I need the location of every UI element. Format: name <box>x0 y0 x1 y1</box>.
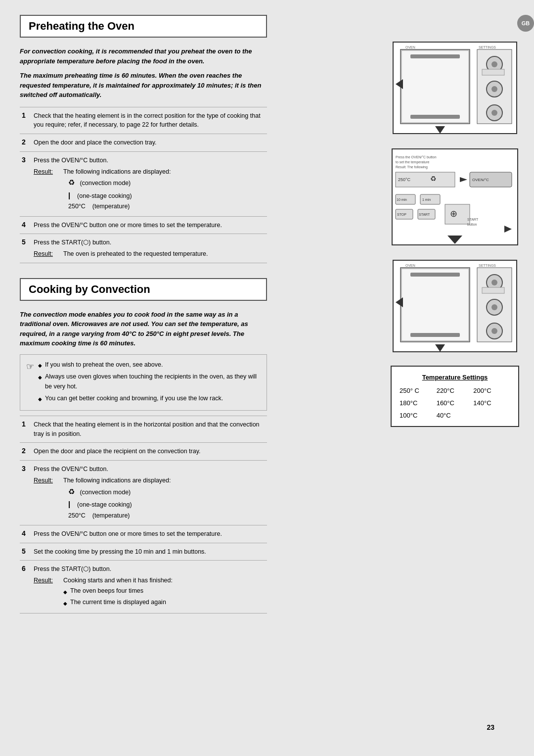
oven-diagram-2: OVEN SETTINGS <box>391 258 519 356</box>
svg-point-52 <box>491 328 497 334</box>
section2-intro: The convection mode enables you to cook … <box>20 310 267 348</box>
temp-100: 100°C <box>400 412 437 419</box>
bullet-section: ☞ ◆ If you wish to preheat the oven, see… <box>20 354 267 411</box>
temp-160: 160°C <box>437 399 474 407</box>
svg-rect-12 <box>482 69 504 75</box>
page-number: 23 <box>487 723 494 731</box>
s2-step2-content: Open the door and place the recipient on… <box>32 443 267 461</box>
step2-num: 2 <box>20 134 32 152</box>
s2-step2-row: 2 Open the door and place the recipient … <box>20 443 267 461</box>
bullet-1: ◆ If you wish to preheat the oven, see a… <box>38 360 261 370</box>
section2-title: Cooking by Convection <box>20 278 267 301</box>
s2-step5-content: Set the cooking time by pressing the 10 … <box>32 543 267 561</box>
step3-num: 3 <box>20 151 32 216</box>
section1-steps: 1 Check that the heating element is in t… <box>20 107 267 263</box>
step3-result-label: Result: <box>34 167 63 212</box>
step5-row: 5 Press the START(⬡) button. Result: The… <box>20 234 267 263</box>
step3-content: Press the OVEN/°C button. Result: The fo… <box>32 151 267 216</box>
gb-badge: GB <box>517 15 534 32</box>
temp-250: 250° C <box>400 387 437 394</box>
svg-text:OVEN: OVEN <box>405 46 415 49</box>
s2-sub-bullet2: ◆ The current time is displayed again <box>63 598 173 607</box>
temp-200: 200°C <box>473 387 510 394</box>
temp-220: 220°C <box>437 387 474 394</box>
temp-40: 40°C <box>437 412 474 419</box>
control-diagram: Press the OVEN/°C button to set the temp… <box>391 147 519 248</box>
s2-step5-row: 5 Set the cooking time by pressing the 1… <box>20 543 267 561</box>
temp-settings-box: Temperature Settings 250° C 220°C 200°C … <box>391 366 519 427</box>
s2-step3-content: Press the OVEN/°C button. Result: The fo… <box>32 461 267 525</box>
step4-row: 4 Press the OVEN/°C button one or more t… <box>20 216 267 234</box>
step3-text: Press the OVEN/°C button. <box>34 157 108 164</box>
svg-point-9 <box>491 86 497 92</box>
svg-text:STOP: STOP <box>397 213 406 216</box>
svg-text:to set the temperature: to set the temperature <box>396 160 430 164</box>
right-column: GB <box>277 0 534 756</box>
svg-rect-35 <box>445 204 470 224</box>
bullet-2: ◆ Always use oven gloves when touching t… <box>38 372 261 391</box>
svg-text:10 min: 10 min <box>397 198 407 201</box>
svg-text:OVEN: OVEN <box>405 264 415 267</box>
s2-step2-num: 2 <box>20 443 32 461</box>
s2-step3-result-label: Result: <box>34 476 63 521</box>
s2-sub-bullet1: ◆ The oven beeps four times <box>63 586 173 596</box>
step1-content: Check that the heating element is in the… <box>32 107 267 134</box>
svg-point-7 <box>491 61 497 67</box>
svg-rect-4 <box>410 115 460 119</box>
step5-result-text: The oven is preheated to the requested t… <box>63 249 208 259</box>
step1-num: 1 <box>20 107 32 134</box>
s2-step3-row: 3 Press the OVEN/°C button. Result: The … <box>20 461 267 525</box>
s2-step4-row: 4 Press the OVEN/°C button one or more t… <box>20 525 267 543</box>
svg-text:button: button <box>467 223 477 226</box>
step2-content: Open the door and place the convection t… <box>32 134 267 152</box>
svg-text:Result: The following: Result: The following <box>396 165 428 169</box>
s2-step6-content: Press the START(⬡) button. Result: Cooki… <box>32 561 267 614</box>
left-column: Preheating the Oven For convection cooki… <box>0 0 277 756</box>
s2-step5-num: 5 <box>20 543 32 561</box>
s2-step6-row: 6 Press the START(⬡) button. Result: Coo… <box>20 561 267 614</box>
svg-text:START: START <box>467 218 479 221</box>
page: Preheating the Oven For convection cooki… <box>0 0 534 756</box>
s2-step4-num: 4 <box>20 525 32 543</box>
svg-text:1 min: 1 min <box>422 198 431 201</box>
svg-rect-53 <box>482 287 504 293</box>
section2-steps: 1 Check that the heating element is in t… <box>20 416 267 614</box>
svg-rect-44 <box>410 273 460 277</box>
step4-num: 4 <box>20 216 32 234</box>
temp-grid: 250° C 220°C 200°C 180°C 160°C 140°C 100… <box>400 387 510 419</box>
temp-empty <box>473 412 510 419</box>
svg-text:⊕: ⊕ <box>450 209 457 219</box>
finger-icon: ☞ <box>26 360 34 405</box>
svg-text:START: START <box>419 213 430 216</box>
svg-rect-43 <box>401 269 469 341</box>
step5-content: Press the START(⬡) button. Result: The o… <box>32 234 267 263</box>
section1-intro2: The maximum preheating time is 60 minute… <box>20 71 267 100</box>
section-convection: Cooking by Convection The convection mod… <box>20 278 267 618</box>
oven-svg-2: OVEN SETTINGS <box>391 258 519 354</box>
oven-diagram-1: OVEN SETTINGS <box>391 40 519 138</box>
s2-step1-content: Check that the heating element is in the… <box>32 416 267 443</box>
svg-text:SETTINGS: SETTINGS <box>479 46 496 49</box>
step5-num: 5 <box>20 234 32 263</box>
temp-settings-title: Temperature Settings <box>400 374 510 381</box>
section1-intro1: For convection cooking, it is recommende… <box>20 47 267 66</box>
s2-step1-row: 1 Check that the heating element is in t… <box>20 416 267 443</box>
step5-result-label: Result: <box>34 249 63 259</box>
step1-row: 1 Check that the heating element is in t… <box>20 107 267 134</box>
svg-text:250°C: 250°C <box>398 177 411 182</box>
diamond-2: ◆ <box>38 374 42 381</box>
temp-140: 140°C <box>473 399 510 407</box>
s2-step1-num: 1 <box>20 416 32 443</box>
svg-point-48 <box>491 280 497 285</box>
svg-rect-3 <box>410 54 460 58</box>
svg-point-50 <box>491 304 497 310</box>
step2-row: 2 Open the door and place the convection… <box>20 134 267 152</box>
s2-step6-result-label: Result: <box>34 576 63 609</box>
s2-step4-content: Press the OVEN/°C button one or more tim… <box>32 525 267 543</box>
svg-rect-45 <box>410 333 460 337</box>
svg-rect-2 <box>401 50 469 123</box>
oven-svg-1: OVEN SETTINGS <box>391 40 519 136</box>
svg-point-11 <box>491 110 497 116</box>
temp-180: 180°C <box>400 399 437 407</box>
svg-text:SETTINGS: SETTINGS <box>479 264 496 267</box>
